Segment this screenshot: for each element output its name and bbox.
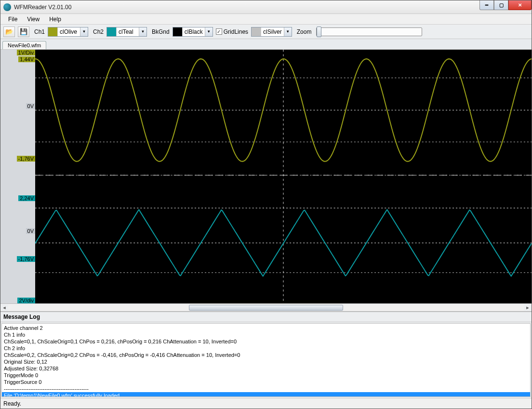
chevron-down-icon: ▼ (139, 27, 146, 36)
log-line[interactable]: ChScale=0,2, ChScaleOrig=0,2 ChPos = -0,… (4, 352, 528, 358)
message-log-panel: Message Log Active channel 2Ch 1 infoChS… (0, 311, 532, 398)
checkbox-icon: ✓ (216, 28, 222, 35)
open-folder-icon: 📂 (5, 28, 13, 35)
open-button[interactable]: 📂 (3, 27, 15, 37)
tab-strip: NewFile0.wfm (0, 39, 532, 50)
log-line[interactable]: TriggerMode 0 (4, 372, 528, 379)
ch1-zero-label: 0V (26, 103, 35, 109)
minimize-button[interactable]: ━ (479, 0, 494, 10)
menu-file[interactable]: File (3, 15, 22, 24)
ch1-label: Ch1 (34, 28, 45, 35)
scope-canvas[interactable] (35, 50, 532, 303)
waveform-svg (35, 50, 532, 303)
ch2-color-name: clTeal (117, 28, 139, 35)
ch1-swatch (48, 27, 58, 36)
scroll-right-icon[interactable]: ► (524, 304, 532, 311)
log-line[interactable]: Ch 1 info (4, 331, 528, 338)
gridlines-checkbox[interactable]: ✓ GridLines (216, 28, 248, 35)
status-text: Ready. (3, 400, 21, 407)
message-log-body[interactable]: Active channel 2Ch 1 infoChScale=0,1, Ch… (1, 323, 531, 397)
ch2-swatch (107, 27, 117, 36)
title-bar: WFMReader V2.01.00 ━ ▢ ✕ (0, 0, 532, 14)
ch2-zero-label: 0V (26, 228, 35, 234)
save-disk-icon: 💾 (20, 28, 27, 35)
scope-area: 1V/Div 1,44V 0V -1,76V 2,24V 0V -1,76V 2… (0, 50, 532, 303)
log-line[interactable]: Adjusted Size: 0,32768 (4, 365, 528, 372)
chevron-down-icon: ▼ (80, 27, 88, 36)
zoom-label: Zoom (297, 28, 312, 35)
ch1-color-name: clOlive (58, 28, 80, 35)
close-button[interactable]: ✕ (508, 0, 532, 10)
log-line[interactable]: ----------------------------------------… (4, 385, 528, 392)
ch1-color-combo[interactable]: clOlive ▼ (48, 27, 88, 37)
file-tab[interactable]: NewFile0.wfm (2, 41, 46, 49)
log-line[interactable]: Original Size: 0,12 (4, 358, 528, 365)
chevron-down-icon: ▼ (284, 27, 292, 36)
app-icon (3, 3, 11, 11)
bkgnd-color-name: clBlack (183, 28, 205, 35)
ch2-label: Ch2 (93, 28, 104, 35)
window-title: WFMReader V2.01.00 (14, 4, 71, 11)
grid-color-combo[interactable]: clSilver ▼ (251, 27, 292, 37)
horizontal-scrollbar[interactable]: ◄ ► (0, 303, 532, 311)
ch2-max-label: 2,24V (18, 195, 35, 201)
ch1-scale-label: 1V/Div (17, 50, 35, 55)
scroll-thumb[interactable] (189, 305, 343, 311)
menu-help[interactable]: Help (44, 15, 66, 24)
zoom-slider[interactable] (316, 27, 422, 36)
log-line[interactable]: Ch 2 info (4, 345, 528, 352)
log-line-selected[interactable]: File 'D:\temp1\NewFile0.wfm' successfull… (2, 392, 530, 397)
grid-swatch (252, 27, 261, 36)
status-bar: Ready. (0, 398, 532, 409)
scroll-track[interactable] (8, 304, 524, 311)
save-button[interactable]: 💾 (18, 27, 29, 37)
ch2-color-combo[interactable]: clTeal ▼ (106, 27, 147, 37)
vertical-axis-gutter: 1V/Div 1,44V 0V -1,76V 2,24V 0V -1,76V 2… (0, 50, 35, 303)
menu-bar: File View Help (0, 14, 532, 25)
ch1-min-label: -1,76V (17, 156, 35, 162)
bkgnd-label: BkGnd (152, 28, 170, 35)
grid-color-name: clSilver (261, 28, 284, 35)
log-line[interactable]: ChScale=0,1, ChScaleOrig=0,1 ChPos = 0,2… (4, 338, 528, 345)
ch2-min-label: -1,76V (17, 256, 35, 262)
chevron-down-icon: ▼ (205, 27, 213, 36)
bkgnd-color-combo[interactable]: clBlack ▼ (173, 27, 213, 37)
scroll-left-icon[interactable]: ◄ (0, 304, 8, 311)
maximize-button[interactable]: ▢ (494, 0, 508, 10)
zoom-handle[interactable] (317, 27, 321, 37)
ch1-max-label: 1,44V (18, 56, 35, 62)
log-line[interactable]: Active channel 2 (4, 325, 528, 331)
toolbar: 📂 💾 Ch1 clOlive ▼ Ch2 clTeal ▼ BkGnd clB… (0, 25, 532, 39)
log-line[interactable]: TriggerSource 0 (4, 379, 528, 385)
message-log-header: Message Log (0, 312, 532, 322)
ch2-scale-label: 2V/div (17, 298, 35, 303)
bkgnd-swatch (173, 27, 183, 36)
gridlines-label: GridLines (224, 28, 248, 35)
menu-view[interactable]: View (22, 15, 44, 24)
